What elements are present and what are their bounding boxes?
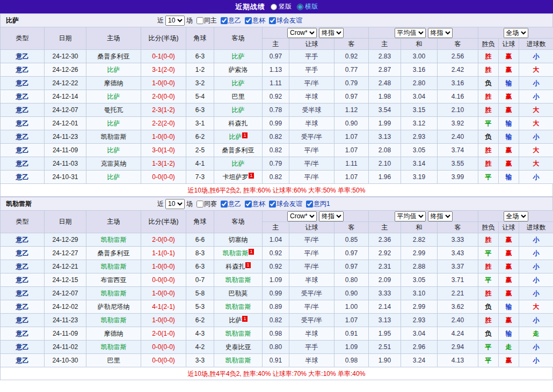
horizontal-radio[interactable] bbox=[297, 4, 303, 10]
league-type-cell: 意乙 bbox=[1, 247, 45, 260]
filter-competition-toggle[interactable]: 球会友谊 bbox=[269, 16, 302, 25]
average-odds-cell: 3.05 bbox=[401, 144, 438, 157]
handicap-odds-cell: 平/半 bbox=[289, 260, 334, 273]
average-type-select[interactable]: 平均值 bbox=[395, 211, 426, 221]
same-checkbox[interactable] bbox=[197, 17, 203, 24]
sub-column-header: 主 bbox=[263, 222, 289, 233]
column-header: 客场 bbox=[214, 27, 263, 50]
away-team-name: 科森扎 bbox=[229, 120, 248, 127]
score-cell: 1-0(0-0) bbox=[141, 260, 186, 273]
away-team-name: 比萨 bbox=[232, 160, 245, 167]
filter-bar: 近10场同主意乙意杯球会友谊 bbox=[157, 16, 302, 26]
sub-column-header: 让球 bbox=[289, 222, 334, 233]
average-time-select[interactable]: 终指 bbox=[428, 28, 453, 38]
average-odds-cell: 1.95 bbox=[369, 327, 401, 341]
view-option-vertical[interactable]: 竖版 bbox=[271, 2, 292, 11]
view-option-horizontal[interactable]: 横版 bbox=[297, 2, 318, 11]
handicap-odds-cell: 1.07 bbox=[334, 314, 369, 327]
section-header: 凯勒雷斯近10场同赛意乙意杯球会友谊意丙1 bbox=[0, 197, 553, 210]
recent-count-select[interactable]: 10 bbox=[165, 16, 185, 26]
sub-column-header: 和 bbox=[401, 222, 438, 233]
handicap-odds-cell: 0.82 bbox=[263, 130, 289, 144]
handicap-odds-cell: 半球 bbox=[289, 90, 334, 103]
handicap-odds-cell: 0.97 bbox=[334, 260, 369, 273]
competition-checkbox[interactable] bbox=[245, 17, 252, 24]
home-team-name: 比萨 bbox=[107, 93, 120, 100]
average-odds-cell: 2.51 bbox=[369, 341, 401, 354]
filter-competition-toggle[interactable]: 球会友谊 bbox=[269, 199, 302, 209]
competition-checkbox[interactable] bbox=[269, 17, 276, 24]
goals-result-cell: 小 bbox=[519, 354, 553, 367]
average-odds-cell: 4.13 bbox=[438, 354, 478, 367]
handicap-odds-cell: 0.82 bbox=[263, 144, 289, 157]
handicap-result-cell: 输 bbox=[499, 171, 519, 184]
odds-time-select[interactable]: 终指 bbox=[319, 211, 344, 221]
competition-checkbox[interactable] bbox=[221, 201, 228, 208]
handicap-result-cell: 赢 bbox=[499, 103, 519, 117]
filter-same-toggle[interactable]: 同赛 bbox=[197, 199, 217, 209]
home-team-name: 比萨 bbox=[107, 120, 120, 127]
filter-competition-toggle[interactable]: 意丙1 bbox=[306, 199, 330, 209]
recent-count-select[interactable]: 10 bbox=[165, 199, 185, 209]
red-card-badge: 1 bbox=[242, 132, 247, 138]
home-team-cell: 萨勒尼塔纳 bbox=[86, 300, 141, 314]
scope-select[interactable]: 全场 bbox=[504, 211, 528, 221]
match-row: 意乙24-11-23凯勒雷斯1-0(0-0)6-2比萨10.82受平/半1.07… bbox=[1, 130, 553, 144]
filter-competition-toggle[interactable]: 意乙 bbox=[221, 16, 241, 25]
match-row: 意乙24-12-14比萨2-0(0-0)5-4巴里0.92半球0.971.983… bbox=[1, 90, 553, 103]
outcome-cell: 胜 bbox=[478, 287, 499, 300]
outcome-cell: 负 bbox=[478, 327, 499, 341]
score-cell: 1-3(1-2) bbox=[141, 157, 186, 171]
score-cell: 3-0(1-0) bbox=[141, 144, 186, 157]
filter-competition-toggle[interactable]: 意乙 bbox=[221, 199, 241, 209]
filter-competition-toggle[interactable]: 意杯 bbox=[245, 16, 265, 25]
vertical-radio[interactable] bbox=[271, 4, 277, 10]
filter-competition-toggle[interactable]: 意杯 bbox=[245, 199, 265, 209]
home-team-name: 克雷莫纳 bbox=[101, 160, 127, 167]
team-name: 比萨 bbox=[1, 16, 157, 25]
summary-line: 近10场,胜4平4负2, 胜率:40% 让球率:70% 大率:10% 单率:40… bbox=[0, 367, 553, 380]
handicap-odds-cell: 0.92 bbox=[263, 247, 289, 260]
scope-select[interactable]: 全场 bbox=[504, 28, 528, 38]
average-time-select[interactable]: 终指 bbox=[428, 211, 453, 221]
filter-same-toggle[interactable]: 同主 bbox=[197, 16, 217, 25]
odds-company-select[interactable]: Crow* bbox=[287, 211, 317, 221]
average-odds-cell: 2.87 bbox=[369, 63, 401, 77]
handicap-odds-cell: 平/半 bbox=[289, 157, 334, 171]
match-date-cell: 24-12-21 bbox=[45, 260, 86, 273]
sub-column-header: 主 bbox=[369, 222, 401, 233]
odds-time-select[interactable]: 终指 bbox=[319, 28, 344, 38]
recent-suffix-label: 场 bbox=[186, 199, 193, 209]
handicap-result-cell: 输 bbox=[499, 77, 519, 90]
home-team-name: 桑普多利亚 bbox=[98, 249, 130, 257]
sub-column-header: 胜负 bbox=[478, 222, 499, 233]
competition-checkbox[interactable] bbox=[269, 201, 276, 208]
corner-cell: 5-3 bbox=[186, 300, 214, 314]
competition-checkbox[interactable] bbox=[245, 201, 252, 208]
handicap-odds-cell: 平/半 bbox=[289, 171, 334, 184]
page-title: 近期战绩 bbox=[235, 2, 265, 12]
average-odds-cell: 2.40 bbox=[438, 314, 478, 327]
home-team-name: 凯勒雷斯 bbox=[101, 316, 127, 324]
competition-checkbox[interactable] bbox=[221, 17, 228, 24]
outcome-cell: 平 bbox=[478, 354, 499, 367]
team-section-1: 比萨近10场同主意乙意杯球会友谊类型日期主场比分(半场)角球客场Crow*终指平… bbox=[0, 13, 553, 197]
match-date-cell: 24-10-31 bbox=[45, 171, 86, 184]
home-team-cell: 凯勒雷斯 bbox=[86, 260, 141, 273]
sub-column-header: 进球数 bbox=[519, 222, 553, 233]
average-odds-cell: 1.99 bbox=[369, 117, 401, 130]
corner-cell: 4-2 bbox=[186, 341, 214, 354]
odds-company-select[interactable]: Crow* bbox=[287, 28, 317, 38]
away-team-cell: 凯勒雷斯 bbox=[214, 327, 263, 341]
handicap-odds-cell: 0.97 bbox=[334, 90, 369, 103]
away-team-name: 凯勒雷斯 bbox=[222, 249, 248, 257]
same-checkbox[interactable] bbox=[197, 201, 203, 208]
away-team-name: 桑普多利亚 bbox=[222, 146, 254, 154]
competition-checkbox[interactable] bbox=[306, 201, 313, 208]
corner-cell: 6-3 bbox=[186, 50, 214, 63]
average-type-select[interactable]: 平均值 bbox=[395, 28, 426, 38]
average-odds-cell: 3.10 bbox=[401, 287, 438, 300]
competition-label: 意乙 bbox=[228, 16, 241, 25]
corner-cell: 3-2 bbox=[186, 77, 214, 90]
average-odds-cell: 2.10 bbox=[369, 157, 401, 171]
